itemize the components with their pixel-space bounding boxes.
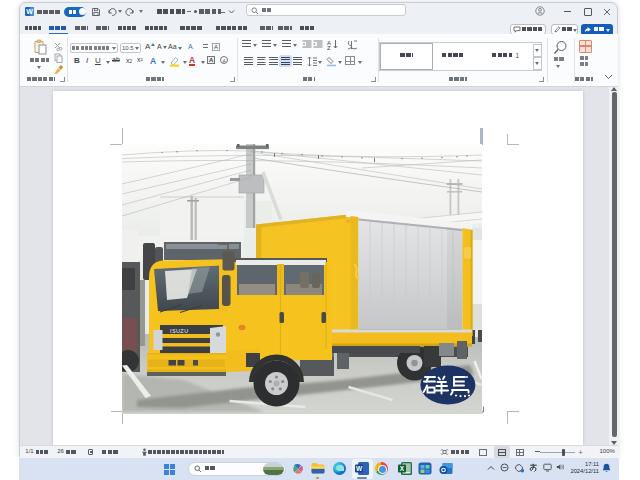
svg-text:Z: Z — [327, 45, 331, 51]
svg-text:W: W — [356, 465, 363, 472]
svg-text:W: W — [26, 8, 33, 15]
svg-text:X: X — [399, 465, 404, 472]
